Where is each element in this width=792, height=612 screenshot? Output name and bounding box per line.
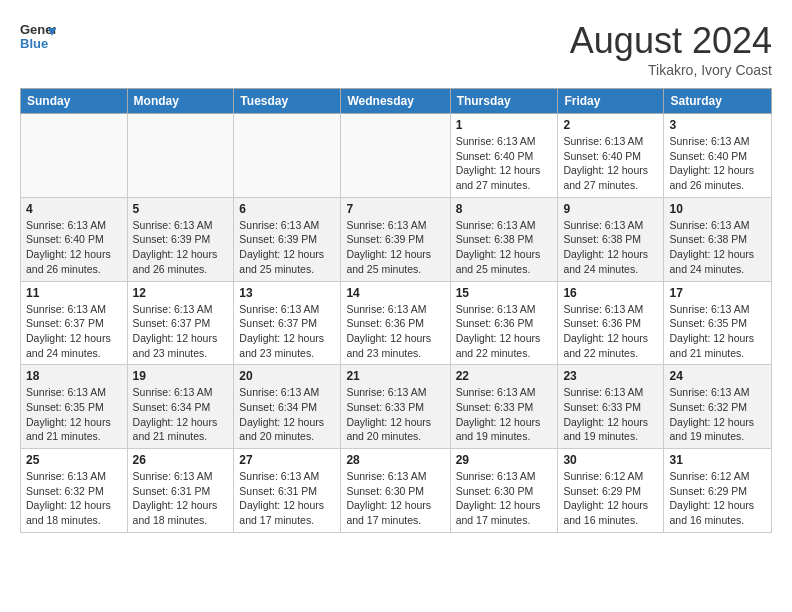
day-number: 5: [133, 202, 229, 216]
calendar-day-cell: 10Sunrise: 6:13 AM Sunset: 6:38 PM Dayli…: [664, 197, 772, 281]
day-info: Sunrise: 6:13 AM Sunset: 6:33 PM Dayligh…: [456, 385, 553, 444]
day-number: 22: [456, 369, 553, 383]
calendar-day-cell: 27Sunrise: 6:13 AM Sunset: 6:31 PM Dayli…: [234, 449, 341, 533]
day-info: Sunrise: 6:13 AM Sunset: 6:38 PM Dayligh…: [456, 218, 553, 277]
day-info: Sunrise: 6:13 AM Sunset: 6:37 PM Dayligh…: [133, 302, 229, 361]
day-number: 20: [239, 369, 335, 383]
day-info: Sunrise: 6:13 AM Sunset: 6:32 PM Dayligh…: [26, 469, 122, 528]
calendar-day-cell: 24Sunrise: 6:13 AM Sunset: 6:32 PM Dayli…: [664, 365, 772, 449]
day-number: 15: [456, 286, 553, 300]
svg-text:Blue: Blue: [20, 36, 48, 51]
day-info: Sunrise: 6:13 AM Sunset: 6:38 PM Dayligh…: [563, 218, 658, 277]
day-info: Sunrise: 6:13 AM Sunset: 6:36 PM Dayligh…: [563, 302, 658, 361]
calendar-week-row: 25Sunrise: 6:13 AM Sunset: 6:32 PM Dayli…: [21, 449, 772, 533]
calendar-day-cell: 13Sunrise: 6:13 AM Sunset: 6:37 PM Dayli…: [234, 281, 341, 365]
day-number: 29: [456, 453, 553, 467]
day-info: Sunrise: 6:13 AM Sunset: 6:35 PM Dayligh…: [669, 302, 766, 361]
calendar-day-cell: 3Sunrise: 6:13 AM Sunset: 6:40 PM Daylig…: [664, 114, 772, 198]
day-number: 6: [239, 202, 335, 216]
day-info: Sunrise: 6:13 AM Sunset: 6:35 PM Dayligh…: [26, 385, 122, 444]
page-header: General Blue August 2024 Tikakro, Ivory …: [20, 20, 772, 78]
day-number: 10: [669, 202, 766, 216]
calendar-day-cell: 9Sunrise: 6:13 AM Sunset: 6:38 PM Daylig…: [558, 197, 664, 281]
calendar-day-cell: 26Sunrise: 6:13 AM Sunset: 6:31 PM Dayli…: [127, 449, 234, 533]
day-info: Sunrise: 6:13 AM Sunset: 6:33 PM Dayligh…: [563, 385, 658, 444]
day-info: Sunrise: 6:13 AM Sunset: 6:40 PM Dayligh…: [26, 218, 122, 277]
day-number: 3: [669, 118, 766, 132]
day-of-week-header: Sunday: [21, 89, 128, 114]
day-of-week-header: Thursday: [450, 89, 558, 114]
day-number: 14: [346, 286, 444, 300]
day-info: Sunrise: 6:12 AM Sunset: 6:29 PM Dayligh…: [669, 469, 766, 528]
calendar-day-cell: 5Sunrise: 6:13 AM Sunset: 6:39 PM Daylig…: [127, 197, 234, 281]
day-info: Sunrise: 6:12 AM Sunset: 6:29 PM Dayligh…: [563, 469, 658, 528]
day-info: Sunrise: 6:13 AM Sunset: 6:33 PM Dayligh…: [346, 385, 444, 444]
calendar-day-cell: 14Sunrise: 6:13 AM Sunset: 6:36 PM Dayli…: [341, 281, 450, 365]
calendar-day-cell: [234, 114, 341, 198]
day-info: Sunrise: 6:13 AM Sunset: 6:32 PM Dayligh…: [669, 385, 766, 444]
day-info: Sunrise: 6:13 AM Sunset: 6:37 PM Dayligh…: [26, 302, 122, 361]
calendar-day-cell: 19Sunrise: 6:13 AM Sunset: 6:34 PM Dayli…: [127, 365, 234, 449]
calendar-day-cell: 17Sunrise: 6:13 AM Sunset: 6:35 PM Dayli…: [664, 281, 772, 365]
day-number: 23: [563, 369, 658, 383]
day-info: Sunrise: 6:13 AM Sunset: 6:40 PM Dayligh…: [456, 134, 553, 193]
day-number: 27: [239, 453, 335, 467]
day-info: Sunrise: 6:13 AM Sunset: 6:31 PM Dayligh…: [133, 469, 229, 528]
calendar-day-cell: [341, 114, 450, 198]
day-number: 21: [346, 369, 444, 383]
calendar-day-cell: 8Sunrise: 6:13 AM Sunset: 6:38 PM Daylig…: [450, 197, 558, 281]
day-of-week-header: Tuesday: [234, 89, 341, 114]
calendar-day-cell: 18Sunrise: 6:13 AM Sunset: 6:35 PM Dayli…: [21, 365, 128, 449]
day-number: 25: [26, 453, 122, 467]
day-of-week-header: Friday: [558, 89, 664, 114]
day-info: Sunrise: 6:13 AM Sunset: 6:39 PM Dayligh…: [133, 218, 229, 277]
day-info: Sunrise: 6:13 AM Sunset: 6:36 PM Dayligh…: [346, 302, 444, 361]
day-number: 8: [456, 202, 553, 216]
calendar-day-cell: 12Sunrise: 6:13 AM Sunset: 6:37 PM Dayli…: [127, 281, 234, 365]
calendar-day-cell: 15Sunrise: 6:13 AM Sunset: 6:36 PM Dayli…: [450, 281, 558, 365]
day-number: 31: [669, 453, 766, 467]
day-info: Sunrise: 6:13 AM Sunset: 6:39 PM Dayligh…: [346, 218, 444, 277]
day-number: 11: [26, 286, 122, 300]
generalblue-logo-icon: General Blue: [20, 20, 56, 56]
day-number: 12: [133, 286, 229, 300]
day-number: 1: [456, 118, 553, 132]
day-info: Sunrise: 6:13 AM Sunset: 6:30 PM Dayligh…: [346, 469, 444, 528]
location-subtitle: Tikakro, Ivory Coast: [570, 62, 772, 78]
day-info: Sunrise: 6:13 AM Sunset: 6:40 PM Dayligh…: [669, 134, 766, 193]
day-number: 30: [563, 453, 658, 467]
day-number: 19: [133, 369, 229, 383]
logo: General Blue: [20, 20, 56, 56]
day-number: 26: [133, 453, 229, 467]
calendar-day-cell: 21Sunrise: 6:13 AM Sunset: 6:33 PM Dayli…: [341, 365, 450, 449]
calendar-header-row: SundayMondayTuesdayWednesdayThursdayFrid…: [21, 89, 772, 114]
day-number: 13: [239, 286, 335, 300]
day-info: Sunrise: 6:13 AM Sunset: 6:34 PM Dayligh…: [133, 385, 229, 444]
day-number: 24: [669, 369, 766, 383]
calendar-day-cell: 16Sunrise: 6:13 AM Sunset: 6:36 PM Dayli…: [558, 281, 664, 365]
day-number: 17: [669, 286, 766, 300]
calendar-week-row: 11Sunrise: 6:13 AM Sunset: 6:37 PM Dayli…: [21, 281, 772, 365]
day-info: Sunrise: 6:13 AM Sunset: 6:31 PM Dayligh…: [239, 469, 335, 528]
day-info: Sunrise: 6:13 AM Sunset: 6:30 PM Dayligh…: [456, 469, 553, 528]
calendar-day-cell: 23Sunrise: 6:13 AM Sunset: 6:33 PM Dayli…: [558, 365, 664, 449]
month-year-title: August 2024: [570, 20, 772, 62]
day-of-week-header: Saturday: [664, 89, 772, 114]
day-number: 18: [26, 369, 122, 383]
calendar-day-cell: 7Sunrise: 6:13 AM Sunset: 6:39 PM Daylig…: [341, 197, 450, 281]
day-number: 2: [563, 118, 658, 132]
day-of-week-header: Monday: [127, 89, 234, 114]
calendar-week-row: 4Sunrise: 6:13 AM Sunset: 6:40 PM Daylig…: [21, 197, 772, 281]
calendar-day-cell: 28Sunrise: 6:13 AM Sunset: 6:30 PM Dayli…: [341, 449, 450, 533]
day-info: Sunrise: 6:13 AM Sunset: 6:37 PM Dayligh…: [239, 302, 335, 361]
calendar-table: SundayMondayTuesdayWednesdayThursdayFrid…: [20, 88, 772, 533]
calendar-day-cell: [127, 114, 234, 198]
day-number: 4: [26, 202, 122, 216]
calendar-day-cell: 11Sunrise: 6:13 AM Sunset: 6:37 PM Dayli…: [21, 281, 128, 365]
calendar-day-cell: [21, 114, 128, 198]
calendar-day-cell: 20Sunrise: 6:13 AM Sunset: 6:34 PM Dayli…: [234, 365, 341, 449]
calendar-day-cell: 2Sunrise: 6:13 AM Sunset: 6:40 PM Daylig…: [558, 114, 664, 198]
day-number: 7: [346, 202, 444, 216]
calendar-day-cell: 4Sunrise: 6:13 AM Sunset: 6:40 PM Daylig…: [21, 197, 128, 281]
calendar-week-row: 1Sunrise: 6:13 AM Sunset: 6:40 PM Daylig…: [21, 114, 772, 198]
